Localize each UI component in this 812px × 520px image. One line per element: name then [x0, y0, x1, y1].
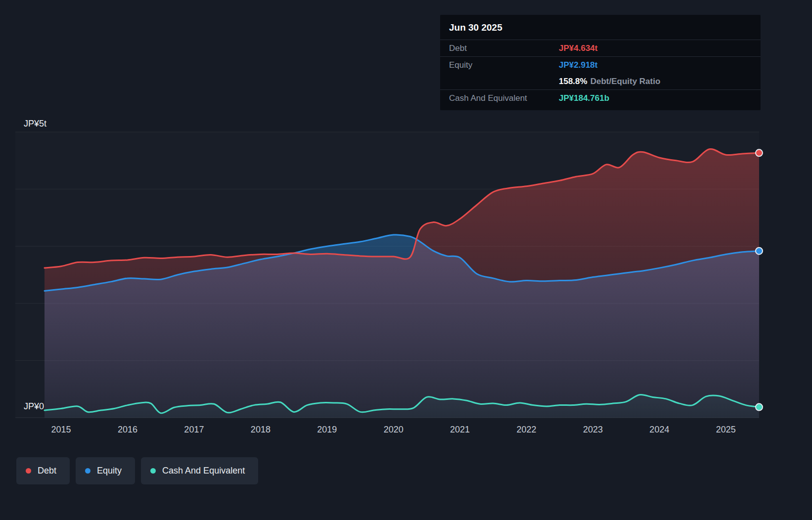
- legend-item-cash[interactable]: Cash And Equivalent: [141, 457, 258, 484]
- tooltip-date: Jun 30 2025: [440, 15, 761, 40]
- legend-item-label: Cash And Equivalent: [162, 466, 245, 476]
- tooltip-cash-row: Cash And Equivalent JP¥184.761b: [440, 89, 761, 106]
- legend-item-label: Debt: [38, 466, 56, 476]
- x-tick-2015: 2015: [51, 425, 71, 435]
- x-tick-2016: 2016: [118, 425, 137, 435]
- y-axis-label-0: JP¥0: [24, 401, 44, 412]
- x-tick-2021: 2021: [450, 425, 470, 435]
- tooltip-cash-label: Cash And Equivalent: [449, 93, 559, 103]
- x-axis-ticks: 2015201620172018201920202021202220232024…: [0, 425, 812, 437]
- x-tick-2020: 2020: [384, 425, 404, 435]
- legend-item-label: Equity: [97, 466, 122, 476]
- tooltip-equity-row: Equity JP¥2.918t: [440, 56, 761, 73]
- equity-endpoint-dot: [756, 248, 763, 255]
- cash-and-equivalent-endpoint-dot: [756, 404, 763, 411]
- legend-item-debt[interactable]: Debt: [16, 457, 70, 484]
- chart-tooltip: Jun 30 2025 Debt JP¥4.634t Equity JP¥2.9…: [440, 15, 761, 110]
- tooltip-ratio-label: Debt/Equity Ratio: [590, 77, 661, 86]
- x-tick-2018: 2018: [251, 425, 271, 435]
- tooltip-cash-value: JP¥184.761b: [559, 93, 609, 103]
- debt-endpoint-dot: [756, 149, 763, 156]
- y-axis-label-5t: JP¥5t: [24, 119, 46, 129]
- x-tick-2024: 2024: [649, 425, 669, 435]
- debt-equity-history-panel: JP¥5t JP¥0 20152016201720182019202020212…: [0, 0, 812, 520]
- tooltip-debt-value: JP¥4.634t: [559, 43, 597, 53]
- x-tick-2023: 2023: [583, 425, 603, 435]
- tooltip-equity-value: JP¥2.918t: [559, 60, 597, 70]
- debt-legend-dot-icon: [26, 468, 31, 474]
- x-tick-2019: 2019: [317, 425, 337, 435]
- tooltip-debt-label: Debt: [449, 43, 559, 53]
- tooltip-ratio-row: 158.8%Debt/Equity Ratio: [440, 73, 761, 89]
- x-tick-2017: 2017: [184, 425, 204, 435]
- x-tick-2022: 2022: [516, 425, 536, 435]
- cash-legend-dot-icon: [150, 468, 156, 474]
- tooltip-debt-row: Debt JP¥4.634t: [440, 40, 761, 56]
- x-tick-2025: 2025: [716, 425, 736, 435]
- equity-legend-dot-icon: [85, 468, 90, 474]
- tooltip-ratio-value: 158.8%: [559, 77, 587, 86]
- legend-item-equity[interactable]: Equity: [76, 457, 135, 484]
- chart-legend: Debt Equity Cash And Equivalent: [16, 457, 258, 484]
- tooltip-equity-label: Equity: [449, 60, 559, 70]
